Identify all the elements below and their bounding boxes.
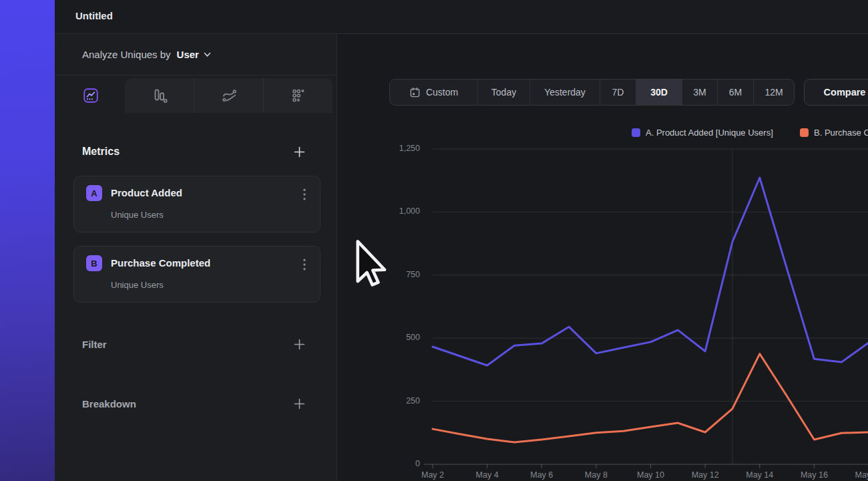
retention-grid-icon bbox=[290, 87, 307, 104]
tab-bar-chart[interactable] bbox=[125, 78, 194, 113]
metrics-title: Metrics bbox=[82, 146, 120, 158]
series-line bbox=[433, 354, 868, 443]
x-tick-label: May 6 bbox=[521, 470, 562, 480]
bar-chart-icon bbox=[151, 87, 168, 104]
metric-name-a[interactable]: Product Added bbox=[111, 187, 182, 198]
chart-panel: Custom Today Yesterday 7D 30D 3M 6M 12M … bbox=[338, 34, 868, 481]
breakdown-title: Breakdown bbox=[82, 398, 136, 410]
x-tick-label: May 14 bbox=[740, 470, 780, 480]
chart-type-tabs bbox=[55, 75, 337, 113]
tab-flow[interactable] bbox=[194, 78, 263, 113]
chart-type-tab-group bbox=[125, 78, 333, 113]
line-chart bbox=[338, 34, 868, 481]
metric-badge-b: B bbox=[86, 255, 102, 271]
metrics-header: Metrics bbox=[82, 144, 320, 160]
metric-menu-button-b[interactable] bbox=[297, 257, 312, 272]
plus-icon bbox=[294, 339, 305, 350]
metric-menu-button-a[interactable] bbox=[297, 187, 312, 202]
x-tick-label: May 12 bbox=[685, 470, 725, 480]
add-filter-button[interactable] bbox=[291, 336, 307, 352]
tab-retention-grid[interactable] bbox=[263, 78, 333, 113]
y-tick-label: 250 bbox=[338, 396, 420, 406]
metric-name-b[interactable]: Purchase Completed bbox=[111, 257, 210, 269]
topbar: Untitled bbox=[55, 0, 868, 34]
chevron-down-icon bbox=[204, 52, 211, 57]
tab-line-chart[interactable] bbox=[81, 86, 100, 105]
metric-card-a[interactable]: A Product Added Unique Users bbox=[73, 176, 320, 232]
add-metric-button[interactable] bbox=[291, 144, 307, 160]
plus-icon bbox=[294, 146, 305, 158]
screen: Untitled Analyze Uniques by User bbox=[0, 0, 868, 481]
metric-badge-a: A bbox=[86, 185, 102, 201]
analyze-by-dropdown[interactable]: User bbox=[177, 49, 211, 60]
x-tick-label: May 4 bbox=[467, 470, 507, 480]
kebab-icon bbox=[303, 188, 306, 200]
analyze-by-value: User bbox=[177, 49, 199, 60]
filter-header: Filter bbox=[82, 336, 320, 352]
mouse-cursor bbox=[354, 239, 387, 293]
x-tick-label: May 2 bbox=[413, 470, 453, 480]
background-gradient bbox=[0, 0, 55, 481]
plus-icon bbox=[294, 398, 305, 410]
app-window: Untitled Analyze Uniques by User bbox=[55, 0, 868, 481]
x-tick-label: May 8 bbox=[576, 470, 616, 480]
insights-line-icon bbox=[82, 87, 99, 104]
breakdown-header: Breakdown bbox=[82, 395, 320, 412]
y-tick-label: 1,250 bbox=[338, 144, 420, 153]
query-panel: Analyze Uniques by User bbox=[55, 34, 337, 481]
metric-card-b[interactable]: B Purchase Completed Unique Users bbox=[73, 246, 320, 303]
y-tick-label: 0 bbox=[338, 459, 420, 468]
add-breakdown-button[interactable] bbox=[291, 395, 307, 412]
report-title[interactable]: Untitled bbox=[75, 10, 113, 21]
metric-measure-a[interactable]: Unique Users bbox=[111, 210, 164, 220]
y-tick-label: 1,000 bbox=[338, 206, 420, 216]
metric-measure-b[interactable]: Unique Users bbox=[111, 280, 164, 290]
filter-title: Filter bbox=[82, 339, 107, 350]
x-tick-label: May 10 bbox=[631, 470, 671, 480]
flow-icon bbox=[220, 87, 238, 104]
y-tick-label: 500 bbox=[338, 333, 420, 342]
x-tick-label: May 16 bbox=[794, 470, 834, 480]
analyze-label: Analyze Uniques by bbox=[82, 49, 171, 60]
series-line bbox=[433, 178, 868, 365]
analyze-row: Analyze Uniques by User bbox=[55, 34, 337, 75]
x-tick-label: May 18 bbox=[849, 470, 868, 480]
kebab-icon bbox=[303, 259, 306, 271]
